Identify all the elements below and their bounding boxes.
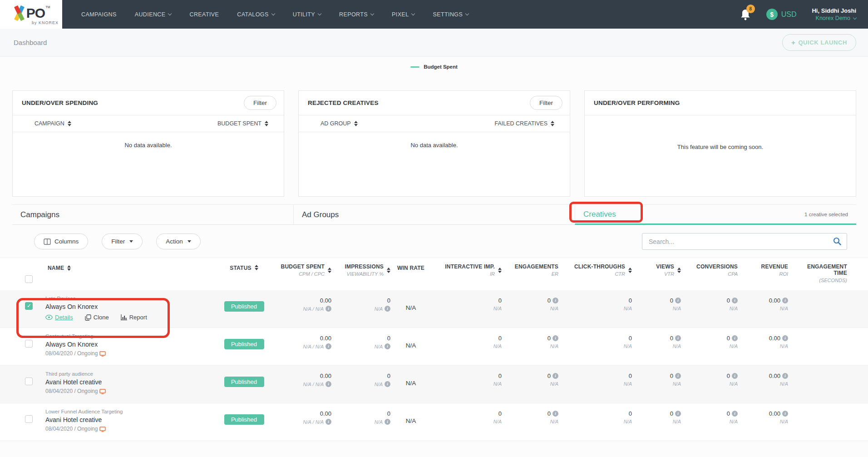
info-icon[interactable] xyxy=(675,298,681,303)
sort-icon[interactable] xyxy=(551,121,554,126)
sort-icon[interactable] xyxy=(387,268,390,273)
page-title: Dashboard xyxy=(14,39,47,46)
notification-count-badge: 8 xyxy=(746,5,755,13)
info-icon[interactable] xyxy=(675,335,681,341)
search-icon[interactable] xyxy=(833,237,842,246)
info-icon[interactable] xyxy=(675,411,681,417)
clone-button[interactable]: Clone xyxy=(85,314,109,321)
table-row[interactable]: Lota Devices Always On Knorex Details Cl… xyxy=(0,290,868,328)
col-click-throughs: CLICK-THROUGHS xyxy=(574,263,625,270)
plus-icon xyxy=(791,39,795,46)
breadcrumb-bar: Dashboard QUICK LAUNCH xyxy=(0,29,868,57)
sort-icon[interactable] xyxy=(677,268,681,273)
notifications-button[interactable]: 8 xyxy=(740,9,751,20)
xpo-logo[interactable]: PO TM by KNOREX xyxy=(0,0,62,29)
chevron-down-icon xyxy=(168,11,172,15)
cell-revenue: 0.00N/A xyxy=(738,328,788,349)
nav-item-pixel[interactable]: PIXEL xyxy=(383,0,424,29)
cell-conversions: 0N/A xyxy=(681,366,738,387)
info-icon[interactable] xyxy=(385,381,390,387)
info-icon[interactable] xyxy=(385,306,390,312)
select-all-checkbox[interactable] xyxy=(25,275,33,283)
info-icon[interactable] xyxy=(732,298,738,303)
sort-icon[interactable] xyxy=(67,265,71,271)
report-button[interactable]: Report xyxy=(121,314,147,321)
sort-icon[interactable] xyxy=(255,265,258,270)
info-icon[interactable] xyxy=(326,306,331,312)
cell-interactive-imp: 0N/A xyxy=(431,328,502,349)
info-icon[interactable] xyxy=(732,411,738,417)
search-input[interactable] xyxy=(642,233,847,250)
display-channel-icon xyxy=(99,389,106,394)
sort-icon[interactable] xyxy=(328,268,331,273)
sort-icon[interactable] xyxy=(265,121,268,126)
nav-item-audience[interactable]: AUDIENCE xyxy=(126,0,181,29)
table-row[interactable]: Third party audience Avani Hotel creativ… xyxy=(0,366,868,403)
tab-creatives[interactable]: Creatives 1 creative selected xyxy=(575,205,856,225)
nav-item-campaigns[interactable]: CAMPAIGNS xyxy=(72,0,126,29)
action-dropdown-button[interactable]: Action xyxy=(156,233,201,249)
creative-name: Avani Hotel creative xyxy=(45,416,218,424)
nav-item-reports[interactable]: REPORTS xyxy=(330,0,383,29)
filter-button[interactable]: Filter xyxy=(530,96,562,110)
info-icon[interactable] xyxy=(326,343,331,349)
nav-item-creative[interactable]: CREATIVE xyxy=(180,0,228,29)
cell-impressions: 0N/A xyxy=(331,290,390,312)
sort-icon[interactable] xyxy=(354,121,358,126)
chevron-down-icon xyxy=(318,11,321,15)
quick-launch-button[interactable]: QUICK LAUNCH xyxy=(782,34,856,51)
nav-item-utility[interactable]: UTILITY xyxy=(284,0,330,29)
info-icon[interactable] xyxy=(552,335,558,341)
info-icon[interactable] xyxy=(782,411,788,417)
table-row[interactable]: Contextual Targeting Always On Knorex 08… xyxy=(0,328,868,366)
cell-interactive-imp: 0N/A xyxy=(431,290,502,311)
nav-item-settings[interactable]: SETTINGS xyxy=(424,0,478,29)
user-menu[interactable]: Hi, Siddhi Joshi Knorex Demo xyxy=(812,7,856,22)
info-icon[interactable] xyxy=(675,373,681,379)
status-badge: Published xyxy=(224,339,264,349)
details-link[interactable]: Details xyxy=(45,314,73,321)
row-checkbox[interactable] xyxy=(25,378,33,385)
sort-icon[interactable] xyxy=(628,268,632,273)
columns-button[interactable]: Columns xyxy=(34,233,88,249)
row-checkbox[interactable] xyxy=(25,415,33,423)
info-icon[interactable] xyxy=(552,298,558,303)
info-icon[interactable] xyxy=(732,373,738,379)
filter-button[interactable]: Filter xyxy=(244,96,276,110)
info-icon[interactable] xyxy=(782,335,788,341)
filter-dropdown-button[interactable]: Filter xyxy=(102,233,143,249)
tab-ad-groups[interactable]: Ad Groups xyxy=(293,205,575,225)
user-greeting: Hi, Siddhi Joshi xyxy=(812,7,856,15)
info-icon[interactable] xyxy=(732,335,738,341)
info-icon[interactable] xyxy=(552,373,558,379)
currency-selector[interactable]: $ USD xyxy=(766,9,797,20)
sort-icon[interactable] xyxy=(68,121,71,126)
selection-count: 1 creative selected xyxy=(804,212,848,217)
status-badge: Published xyxy=(224,414,264,425)
sort-icon[interactable] xyxy=(498,268,502,273)
info-icon[interactable] xyxy=(326,381,331,387)
table-row[interactable]: Lower Funnel Audience Targeting Avani Ho… xyxy=(0,403,868,441)
panel-rejected-creatives: REJECTED CREATIVES Filter AD GROUP FAILE… xyxy=(298,90,570,197)
cell-engagements: 0N/A xyxy=(502,403,558,424)
nav-item-catalogs[interactable]: CATALOGS xyxy=(228,0,283,29)
info-icon[interactable] xyxy=(782,373,788,379)
info-icon[interactable] xyxy=(385,343,390,349)
chevron-down-icon xyxy=(853,15,857,19)
info-icon[interactable] xyxy=(385,419,390,425)
column-header: FAILED CREATIVES xyxy=(495,120,547,127)
cell-click-throughs: 0N/A xyxy=(558,328,632,349)
info-icon[interactable] xyxy=(552,411,558,417)
top-navbar: PO TM by KNOREX CAMPAIGNS AUDIENCE CREAT… xyxy=(0,0,868,29)
info-icon[interactable] xyxy=(326,419,331,425)
status-badge: Published xyxy=(224,377,264,387)
tab-campaigns[interactable]: Campaigns xyxy=(12,205,293,225)
chevron-down-icon xyxy=(370,11,374,15)
dollar-coin-icon: $ xyxy=(766,9,778,20)
row-checkbox[interactable] xyxy=(25,302,33,310)
info-icon[interactable] xyxy=(782,298,788,303)
creatives-table: NAME STATUS BUDGET SPENTCPM / CPC IMPRES… xyxy=(0,258,868,441)
clone-icon xyxy=(85,314,91,321)
row-checkbox[interactable] xyxy=(25,340,33,348)
cell-click-throughs: 0N/A xyxy=(558,290,632,311)
